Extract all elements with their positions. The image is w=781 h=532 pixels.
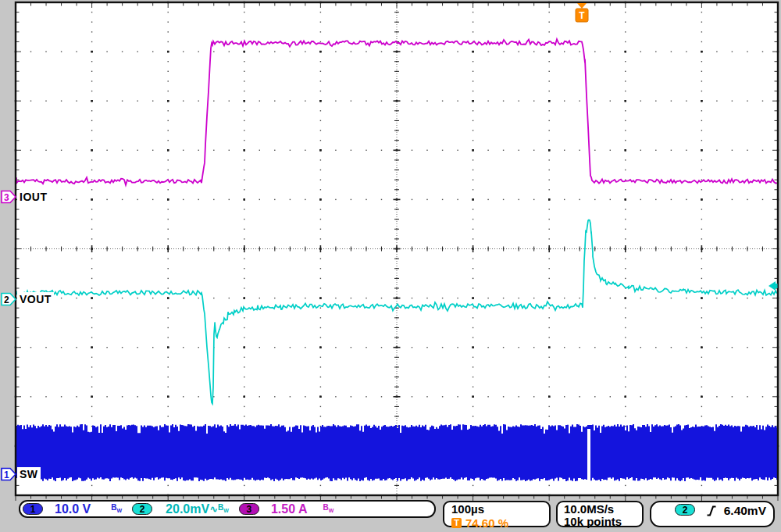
channel1-scale-readout: 10.0 V xyxy=(55,502,91,516)
channel2-bandwidth-icon: BW xyxy=(218,504,229,515)
channel-readouts-box: 1 10.0 V BW 2 20.0mV ∿ BW 3 1.50 A BW xyxy=(19,500,436,518)
channel1-reference-marker: 1 xyxy=(1,467,17,481)
waveform-sw xyxy=(16,424,777,481)
channel1-label-sw: SW xyxy=(17,467,41,481)
trigger-level-readout: 6.40mV xyxy=(724,504,766,517)
trigger-position-icon: T xyxy=(451,518,462,528)
channel2-marker-number: 2 xyxy=(4,295,9,305)
channel3-badge: 3 xyxy=(239,503,259,515)
channel3-scale-readout: 1.50 A xyxy=(271,502,308,516)
scope-display: T xyxy=(0,0,781,532)
trigger-settings-box: 2 6.40mV xyxy=(650,501,775,527)
acquisition-settings-box: 10.0MS/s 10k points xyxy=(556,501,644,527)
svg-text:T: T xyxy=(579,10,585,21)
channel3-marker-number: 3 xyxy=(4,192,9,203)
channel3-reference-marker: 3 xyxy=(1,190,17,204)
trigger-source-badge: 2 xyxy=(675,504,695,516)
channel2-coupling-icon: ∿ xyxy=(209,503,218,515)
sample-rate-readout: 10.0MS/s xyxy=(564,503,642,516)
record-length-readout: 10k points xyxy=(564,516,642,528)
rising-edge-icon xyxy=(706,504,717,517)
channel3-label-iout: IOUT xyxy=(17,190,49,204)
channel3-bandwidth-icon: BW xyxy=(323,504,333,515)
channel2-badge: 2 xyxy=(132,503,152,515)
channel2-label-vout: VOUT xyxy=(17,292,54,306)
channel2-scale-readout: 20.0mV xyxy=(166,502,209,516)
oscilloscope-screen: T 3 2 1 IOUT VOUT SW 1 10.0 V BW 2 20.0m… xyxy=(0,0,781,532)
channel2-reference-marker: 2 xyxy=(1,292,17,306)
timebase-readout: 100µs xyxy=(451,503,549,516)
channel1-bandwidth-icon: BW xyxy=(111,504,122,515)
trigger-position-readout: 74.60 % xyxy=(465,516,508,530)
channel1-badge: 1 xyxy=(23,503,43,515)
horizontal-settings-box: 100µs T 74.60 % xyxy=(443,501,551,527)
channel1-marker-number: 1 xyxy=(4,470,9,480)
